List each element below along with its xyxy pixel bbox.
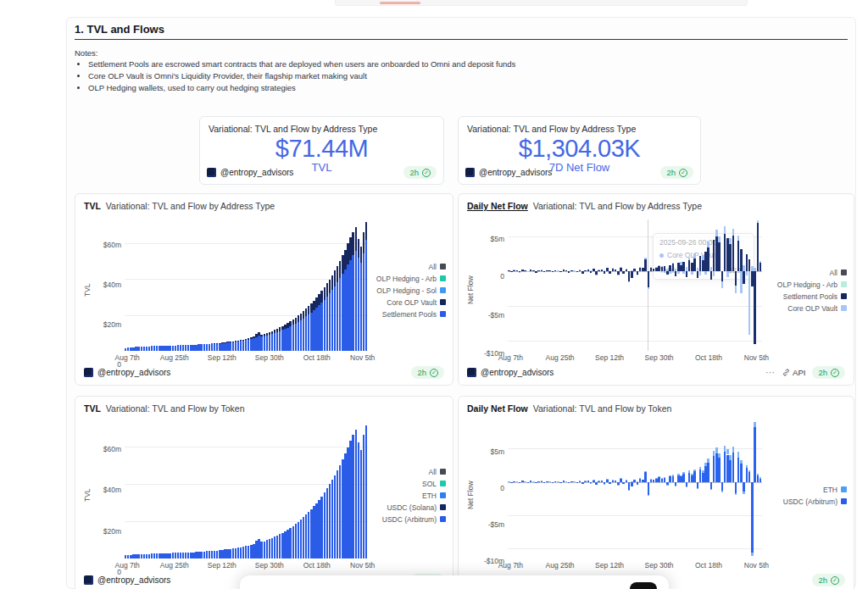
bar[interactable] bbox=[161, 553, 163, 558]
bar[interactable] bbox=[237, 341, 239, 351]
bar[interactable] bbox=[718, 458, 721, 481]
bar[interactable] bbox=[570, 481, 573, 482]
bar[interactable] bbox=[615, 481, 617, 482]
bar[interactable] bbox=[132, 347, 134, 351]
bar[interactable] bbox=[740, 460, 743, 464]
bar[interactable] bbox=[305, 514, 307, 558]
bar[interactable] bbox=[219, 550, 220, 558]
bar[interactable] bbox=[276, 536, 278, 558]
bar[interactable] bbox=[274, 330, 275, 351]
bar[interactable] bbox=[232, 548, 234, 558]
bar[interactable] bbox=[355, 430, 357, 558]
bar[interactable] bbox=[360, 450, 362, 558]
bar[interactable] bbox=[726, 271, 729, 277]
bar[interactable] bbox=[151, 553, 153, 558]
bar[interactable] bbox=[235, 548, 236, 558]
bar[interactable] bbox=[735, 482, 737, 493]
bar[interactable] bbox=[508, 270, 510, 271]
bar[interactable] bbox=[300, 314, 302, 320]
bar[interactable] bbox=[135, 347, 136, 351]
bar[interactable] bbox=[221, 550, 223, 558]
bar[interactable] bbox=[310, 509, 312, 558]
legend-item[interactable]: Settlement Pools bbox=[769, 292, 847, 301]
bar[interactable] bbox=[707, 247, 709, 271]
bar[interactable] bbox=[141, 347, 142, 351]
bar[interactable] bbox=[680, 475, 682, 476]
bar[interactable] bbox=[552, 271, 554, 272]
more-options-icon[interactable]: ⋯ bbox=[765, 367, 776, 378]
bar[interactable] bbox=[313, 301, 314, 310]
bar[interactable] bbox=[287, 530, 288, 558]
bar[interactable] bbox=[192, 553, 194, 558]
bar[interactable] bbox=[675, 269, 677, 271]
bar[interactable] bbox=[250, 545, 252, 558]
bar[interactable] bbox=[308, 306, 309, 314]
bar[interactable] bbox=[746, 254, 748, 271]
bar[interactable] bbox=[543, 482, 546, 483]
bar[interactable] bbox=[164, 553, 165, 558]
freshness-badge[interactable]: 2h bbox=[660, 166, 693, 179]
bar[interactable] bbox=[358, 239, 359, 257]
bar[interactable] bbox=[365, 222, 367, 351]
bar[interactable] bbox=[284, 325, 286, 329]
bar[interactable] bbox=[206, 344, 208, 351]
bar[interactable] bbox=[718, 236, 721, 242]
bar[interactable] bbox=[666, 271, 669, 275]
bar[interactable] bbox=[349, 237, 351, 259]
bar[interactable] bbox=[713, 271, 715, 276]
bar[interactable] bbox=[541, 481, 543, 482]
bar[interactable] bbox=[702, 470, 704, 472]
legend-item[interactable]: ETH bbox=[769, 486, 847, 494]
bar[interactable] bbox=[653, 269, 655, 271]
bar[interactable] bbox=[156, 346, 158, 351]
bar[interactable] bbox=[132, 554, 134, 558]
bar[interactable] bbox=[237, 547, 239, 558]
bar[interactable] bbox=[579, 270, 581, 272]
bar[interactable] bbox=[615, 269, 617, 271]
bar[interactable] bbox=[751, 553, 754, 556]
bar[interactable] bbox=[161, 346, 163, 351]
bar[interactable] bbox=[172, 553, 174, 558]
bar[interactable] bbox=[557, 481, 559, 482]
bar[interactable] bbox=[568, 271, 570, 273]
bar[interactable] bbox=[648, 495, 650, 497]
bar[interactable] bbox=[628, 490, 631, 491]
bar[interactable] bbox=[324, 287, 326, 299]
bar[interactable] bbox=[713, 451, 715, 456]
bar[interactable] bbox=[622, 482, 625, 484]
legend-item[interactable]: USDC (Arbitrum) bbox=[769, 497, 847, 506]
bar[interactable] bbox=[292, 526, 294, 558]
bar[interactable] bbox=[250, 337, 252, 351]
bar[interactable] bbox=[581, 482, 584, 484]
bar[interactable] bbox=[658, 265, 660, 266]
bar[interactable] bbox=[760, 479, 762, 482]
bar[interactable] bbox=[209, 551, 210, 558]
bar[interactable] bbox=[232, 342, 234, 351]
bar[interactable] bbox=[187, 345, 189, 351]
legend-item[interactable]: Core OLP Vault bbox=[769, 304, 847, 313]
bar[interactable] bbox=[648, 271, 650, 287]
bar[interactable] bbox=[146, 554, 147, 559]
bar[interactable] bbox=[209, 344, 210, 351]
bar[interactable] bbox=[710, 271, 713, 280]
bar[interactable] bbox=[699, 256, 702, 271]
bar[interactable] bbox=[516, 481, 519, 482]
freshness-badge[interactable]: 2h bbox=[403, 166, 437, 179]
bar[interactable] bbox=[260, 335, 262, 337]
bar[interactable] bbox=[295, 524, 297, 558]
bar[interactable] bbox=[704, 466, 707, 482]
bar[interactable] bbox=[688, 473, 691, 482]
bar[interactable] bbox=[707, 463, 709, 482]
bar[interactable] bbox=[593, 269, 595, 271]
bar[interactable] bbox=[127, 347, 129, 351]
bar[interactable] bbox=[537, 270, 540, 271]
bar[interactable] bbox=[682, 474, 685, 481]
bar[interactable] bbox=[559, 482, 562, 483]
bar[interactable] bbox=[576, 271, 579, 272]
bar[interactable] bbox=[751, 266, 754, 272]
bar[interactable] bbox=[658, 266, 660, 272]
bar[interactable] bbox=[546, 481, 548, 482]
bar[interactable] bbox=[344, 453, 346, 558]
bar[interactable] bbox=[743, 265, 745, 271]
bar[interactable] bbox=[260, 335, 262, 351]
